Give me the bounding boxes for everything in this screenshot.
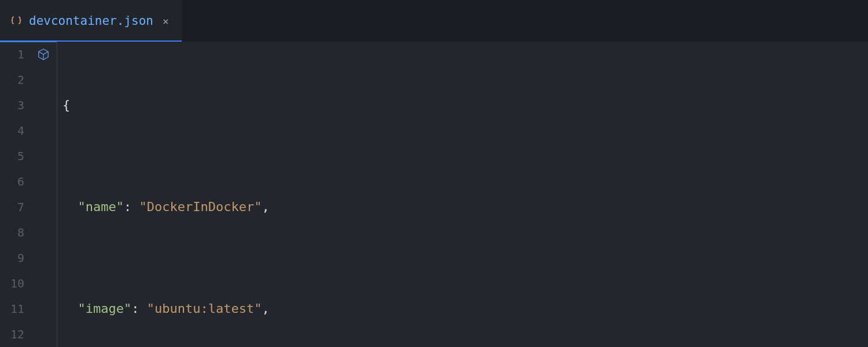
line-number: 11 bbox=[0, 296, 30, 322]
tab-filename: devcontainer.json bbox=[29, 14, 153, 28]
editor[interactable]: 1 2 3 4 5 6 7 8 9 10 11 12 { " bbox=[0, 42, 868, 347]
line-number: 9 bbox=[0, 245, 30, 271]
line-number: 10 bbox=[0, 271, 30, 296]
json-braces-icon bbox=[10, 15, 22, 27]
glyph-slot bbox=[30, 42, 57, 67]
line-number: 8 bbox=[0, 220, 30, 245]
cube-outline-icon bbox=[37, 48, 50, 61]
line-number: 2 bbox=[0, 67, 30, 93]
line-number: 4 bbox=[0, 118, 30, 143]
code-line[interactable]: "image": "ubuntu:latest", bbox=[62, 296, 868, 322]
line-number: 6 bbox=[0, 169, 30, 194]
tab-bar: devcontainer.json × bbox=[0, 0, 868, 42]
line-number: 1 bbox=[0, 42, 30, 67]
line-number: 3 bbox=[0, 93, 30, 118]
code-line[interactable]: "name": "DockerInDocker", bbox=[62, 194, 868, 220]
line-number: 12 bbox=[0, 322, 30, 347]
line-number: 7 bbox=[0, 194, 30, 220]
line-number: 5 bbox=[0, 143, 30, 169]
editor-content[interactable]: { "name": "DockerInDocker", "image": "ub… bbox=[57, 42, 868, 347]
line-number-gutter: 1 2 3 4 5 6 7 8 9 10 11 12 bbox=[0, 42, 30, 347]
close-icon[interactable]: × bbox=[160, 13, 171, 29]
code-line[interactable]: { bbox=[62, 93, 868, 118]
tab-devcontainer[interactable]: devcontainer.json × bbox=[0, 0, 182, 42]
glyph-margin bbox=[30, 42, 57, 347]
